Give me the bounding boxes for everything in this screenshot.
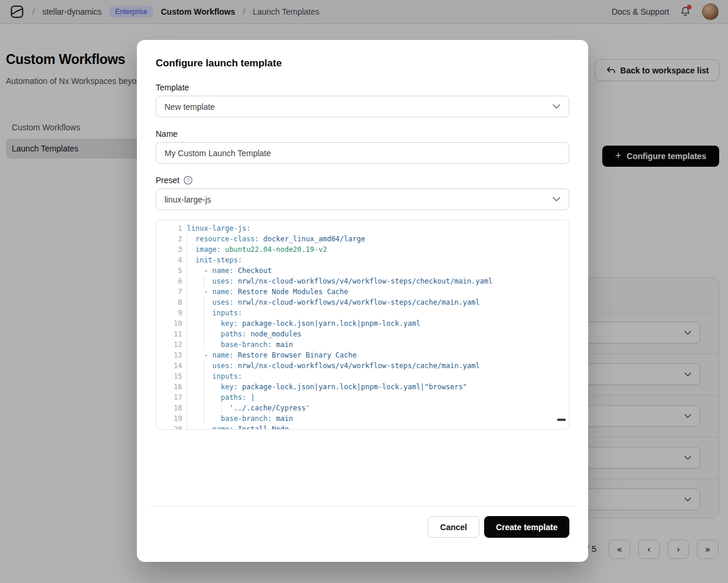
preset-label-text: Preset xyxy=(156,176,179,185)
indent-guides xyxy=(187,329,221,339)
code-line: 6uses: nrwl/nx-cloud-workflows/v4/workfl… xyxy=(156,276,569,287)
template-select[interactable]: New template xyxy=(156,96,569,117)
line-number: 16 xyxy=(156,382,182,392)
code-line: 15inputs: xyxy=(156,371,569,382)
indent-guides xyxy=(187,255,195,265)
indent-guides xyxy=(187,424,204,430)
indent-guides xyxy=(187,276,212,287)
preset-field-label: Preset ? xyxy=(156,176,569,185)
indent-guides xyxy=(187,318,221,329)
help-icon[interactable]: ? xyxy=(183,176,193,185)
indent-guides xyxy=(187,297,212,308)
line-number: 1 xyxy=(156,223,182,234)
editor-scrollbar-thumb[interactable] xyxy=(557,419,566,421)
template-select-value: New template xyxy=(165,102,215,112)
indent-guides xyxy=(187,339,221,350)
code-line: 20- name: Install Node xyxy=(156,424,569,430)
code-line: 5- name: Checkout xyxy=(156,265,569,276)
modal-title: Configure launch template xyxy=(156,56,569,70)
line-number: 8 xyxy=(156,297,182,308)
code-line: 7- name: Restore Node Modules Cache xyxy=(156,287,569,297)
indent-guides xyxy=(187,244,195,255)
yaml-code-editor[interactable]: 1linux-large-js:2resource-class: docker_… xyxy=(156,220,569,430)
chevron-down-icon xyxy=(552,104,561,109)
code-line: 3image: ubuntu22.04-node20.19-v2 xyxy=(156,244,569,255)
name-input[interactable] xyxy=(156,142,569,164)
screen: / stellar-dynamics Enterprise Custom Wor… xyxy=(0,0,728,583)
line-number: 18 xyxy=(156,403,182,413)
line-number: 17 xyxy=(156,392,182,403)
template-field-label: Template xyxy=(156,83,569,92)
indent-guides xyxy=(187,382,221,392)
line-number: 11 xyxy=(156,329,182,339)
create-template-button[interactable]: Create template xyxy=(484,516,569,538)
line-number: 12 xyxy=(156,339,182,350)
line-number: 5 xyxy=(156,265,182,276)
code-line: 17paths: | xyxy=(156,392,569,403)
line-number: 15 xyxy=(156,371,182,382)
indent-guides xyxy=(187,360,212,371)
code-line: 18'../.cache/Cypress' xyxy=(156,403,569,413)
line-number: 4 xyxy=(156,255,182,265)
line-number: 6 xyxy=(156,276,182,287)
preset-select-value: linux-large-js xyxy=(165,195,211,204)
indent-guides xyxy=(187,403,229,413)
indent-guides xyxy=(187,265,204,276)
code-line: 16key: package-lock.json|yarn.lock|pnpm-… xyxy=(156,382,569,392)
indent-guides xyxy=(187,350,204,360)
line-number: 9 xyxy=(156,308,182,318)
preset-select[interactable]: linux-large-js xyxy=(156,188,569,210)
indent-guides xyxy=(187,371,212,382)
line-number: 10 xyxy=(156,318,182,329)
code-line: 12base-branch: main xyxy=(156,339,569,350)
code-line: 13- name: Restore Browser Binary Cache xyxy=(156,350,569,360)
code-line: 2resource-class: docker_linux_amd64/larg… xyxy=(156,234,569,244)
chevron-down-icon xyxy=(552,197,561,202)
indent-guides xyxy=(187,308,212,318)
line-number: 2 xyxy=(156,234,182,244)
line-number: 14 xyxy=(156,360,182,371)
code-line: 10key: package-lock.json|yarn.lock|pnpm-… xyxy=(156,318,569,329)
line-number: 13 xyxy=(156,350,182,360)
line-number: 19 xyxy=(156,413,182,424)
code-line: 19base-branch: main xyxy=(156,413,569,424)
indent-guides xyxy=(187,392,221,403)
indent-guides xyxy=(187,287,204,297)
code-line: 4init-steps: xyxy=(156,255,569,265)
svg-text:?: ? xyxy=(187,177,190,183)
line-number: 20 xyxy=(156,424,182,430)
modal-footer: Cancel Create template xyxy=(156,507,569,538)
editor-lines: 1linux-large-js:2resource-class: docker_… xyxy=(156,223,569,430)
code-line: 14uses: nrwl/nx-cloud-workflows/v4/workf… xyxy=(156,360,569,371)
code-line: 8uses: nrwl/nx-cloud-workflows/v4/workfl… xyxy=(156,297,569,308)
code-line: 1linux-large-js: xyxy=(156,223,569,234)
indent-guides xyxy=(187,413,221,424)
code-line: 11paths: node_modules xyxy=(156,329,569,339)
cancel-button[interactable]: Cancel xyxy=(428,516,479,538)
line-number: 3 xyxy=(156,244,182,255)
line-number: 7 xyxy=(156,287,182,297)
indent-guides xyxy=(187,234,195,244)
code-line: 9inputs: xyxy=(156,308,569,318)
configure-launch-template-modal: Configure launch template Template New t… xyxy=(137,40,588,562)
name-field-label: Name xyxy=(156,129,569,139)
